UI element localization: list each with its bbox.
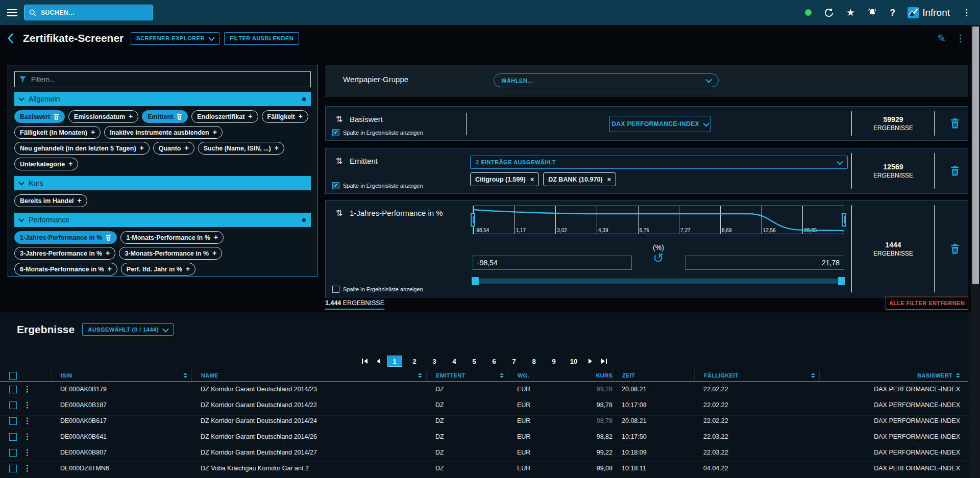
sort-icon[interactable] (956, 373, 960, 378)
range-max-input[interactable] (685, 256, 844, 270)
filter-chip[interactable]: 3-Jahres-Performance in % + (14, 247, 115, 260)
row-checkbox[interactable] (9, 465, 17, 472)
selected-emittent-chip[interactable]: DZ BANK (10.970) × (543, 172, 616, 186)
filter-chip[interactable]: Emissionsdatum + (68, 110, 138, 123)
slider-handle-right[interactable] (838, 277, 845, 285)
prev-page-button[interactable] (375, 359, 382, 364)
filter-search-input[interactable] (30, 75, 306, 84)
page-button[interactable]: 2 (408, 356, 422, 366)
filter-chip[interactable]: Endloszertifikat + (191, 110, 258, 123)
sort-icon[interactable] (500, 373, 504, 378)
total-results-link[interactable]: 1.444 ERGEBNISSE (325, 299, 384, 310)
first-page-button[interactable] (360, 359, 369, 364)
page-button[interactable]: 5 (468, 356, 481, 366)
checkbox-checked-icon[interactable]: ✓ (332, 129, 339, 136)
refresh-icon[interactable] (824, 8, 834, 18)
column-header-faelligkeit[interactable]: FÄLLIGKEIT (694, 370, 819, 381)
range-handle-left[interactable] (471, 213, 475, 227)
section-header-allgemein[interactable]: Allgemein (14, 92, 311, 106)
page-overflow-menu-icon[interactable]: ⋮ (956, 33, 965, 44)
checkbox-unchecked-icon[interactable] (332, 286, 339, 293)
range-min-input[interactable] (473, 256, 632, 270)
remove-icon[interactable]: × (607, 175, 611, 183)
back-button[interactable] (7, 33, 14, 44)
column-header-zeit[interactable]: ZEIT (612, 370, 694, 381)
filter-chip[interactable]: Fälligkeit (in Monaten) + (14, 126, 101, 139)
reorder-updown-icon[interactable]: ⇅ (336, 156, 342, 166)
row-checkbox[interactable] (9, 401, 17, 409)
range-slider[interactable] (473, 279, 844, 284)
page-button[interactable]: 8 (527, 356, 541, 366)
page-button[interactable]: 1 (388, 356, 402, 366)
table-row[interactable]: ⋮ DE000AK0B179 DZ Korridor Garant Deutsc… (0, 382, 968, 397)
column-header-kurs[interactable]: KURS (582, 370, 612, 381)
sort-icon[interactable] (183, 373, 187, 378)
table-row[interactable]: ⋮ DE000AK0B641 DZ Korridor Garant Deutsc… (0, 429, 968, 445)
slider-handle-left[interactable] (472, 277, 479, 285)
last-page-button[interactable] (600, 359, 608, 364)
sort-icon[interactable] (418, 373, 422, 378)
selection-dropdown-button[interactable]: AUSGEWÄHLT (0 / 1444) (82, 323, 174, 336)
row-checkbox[interactable] (9, 433, 17, 441)
row-checkbox[interactable] (9, 386, 17, 393)
clear-all-filters-button[interactable]: ALLE FILTER ENTFERNEN (886, 296, 968, 310)
page-button[interactable]: 9 (547, 356, 561, 366)
reorder-updown-icon[interactable]: ⇅ (336, 114, 342, 124)
page-button[interactable]: 6 (487, 356, 501, 366)
basiswert-select[interactable]: DAX PERFORMANCE-INDEX (609, 116, 710, 132)
remove-icon[interactable]: × (530, 175, 534, 183)
filter-chip[interactable]: Inaktive Instrumente ausblenden + (104, 126, 223, 139)
emittent-select[interactable]: 2 EINTRÄGE AUSGEWÄHLT (470, 156, 848, 169)
menu-icon[interactable] (7, 9, 17, 16)
table-row[interactable]: ⋮ DE000AK0B187 DZ Korridor Garant Deutsc… (0, 397, 968, 413)
row-menu-icon[interactable]: ⋮ (22, 416, 51, 425)
page-button[interactable]: 10 (567, 356, 581, 366)
row-menu-icon[interactable]: ⋮ (22, 400, 51, 410)
checkbox-checked-icon[interactable]: ✓ (332, 182, 339, 189)
edit-pencil-icon[interactable]: ✎ (937, 32, 946, 44)
filter-chip[interactable]: 3-Monats-Performance in % + (119, 247, 222, 260)
range-handle-right[interactable] (842, 213, 846, 227)
hide-filters-button[interactable]: FILTER AUSBLENDEN (224, 32, 299, 45)
column-header-emittent[interactable]: EMITTENT (426, 370, 508, 381)
column-header-basiswert[interactable]: BASISWERT (819, 370, 968, 381)
table-row[interactable]: ⋮ DE000AK0B807 DZ Korridor Garant Deutsc… (0, 445, 968, 461)
filter-chip[interactable]: Fälligkeit + (262, 110, 308, 123)
column-header-wg[interactable]: WG. (508, 370, 582, 381)
show-column-checkbox[interactable]: Spalte in Ergebnisliste anzeigen (332, 286, 423, 293)
search-input[interactable] (40, 9, 148, 17)
column-header-name[interactable]: NAME (191, 370, 426, 381)
vertical-scrollbar[interactable] (971, 25, 980, 478)
help-icon[interactable]: ? (890, 8, 895, 17)
overflow-menu-icon[interactable]: ⋮ (962, 7, 971, 18)
show-column-checkbox[interactable]: ✓ Spalte in Ergebnisliste anzeigen (332, 129, 423, 136)
selected-emittent-chip[interactable]: Citigroup (1.599) × (470, 172, 539, 186)
filter-chip[interactable]: 6-Monats-Performance in % + (14, 263, 117, 275)
scrollbar-thumb[interactable] (972, 27, 979, 284)
row-menu-icon[interactable]: ⋮ (22, 432, 51, 441)
row-menu-icon[interactable]: ⋮ (22, 464, 51, 473)
page-button[interactable]: 7 (507, 356, 521, 366)
filter-chip[interactable]: Unterkategorie + (14, 158, 78, 170)
next-page-button[interactable] (587, 359, 594, 364)
table-row[interactable]: ⋮ DE000AK0B617 DZ Korridor Garant Deutsc… (0, 413, 968, 429)
filter-chip[interactable]: 1-Monats-Performance in % + (120, 231, 224, 244)
filter-chip[interactable]: Basiswert (14, 110, 65, 123)
remove-filter-button[interactable] (942, 244, 968, 254)
filter-chip[interactable]: Bereits im Handel + (14, 194, 87, 207)
filter-chip[interactable]: Neu gehandelt (in den letzten 5 Tagen) + (14, 142, 150, 155)
filter-chip[interactable]: Perf. lfd. Jahr in % + (121, 263, 195, 275)
reorder-updown-icon[interactable]: ⇅ (336, 208, 342, 218)
table-row[interactable]: ⋮ DE000DZ8TMN6 DZ Voba Kraichgau Korrido… (0, 461, 968, 476)
row-menu-icon[interactable]: ⋮ (22, 448, 51, 457)
row-menu-icon[interactable]: ⋮ (22, 385, 51, 394)
favorites-star-icon[interactable]: ★ (846, 8, 855, 17)
sort-icon[interactable] (811, 373, 815, 378)
filter-chip[interactable]: Quanto + (153, 142, 194, 155)
filter-search[interactable] (14, 71, 311, 87)
section-header-kurs[interactable]: Kurs (14, 176, 311, 190)
global-search[interactable] (24, 5, 153, 20)
page-button[interactable]: 4 (448, 356, 461, 366)
performance-histogram[interactable]: -98,54 1,17 3,02 4,39 5,76 (473, 206, 844, 234)
column-header-isin[interactable]: ISIN (51, 370, 191, 381)
